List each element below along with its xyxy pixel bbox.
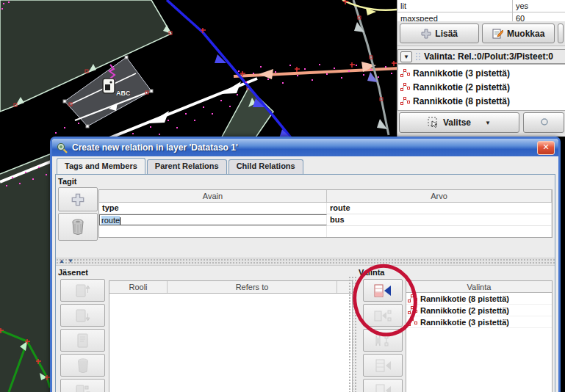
tag-row-empty[interactable] xyxy=(99,226,552,237)
dialog-selection-table[interactable]: Valinta Rannikkotie (8 pistettä) xyxy=(406,280,553,392)
role-column-header: Rooli xyxy=(109,281,168,293)
selection-row[interactable]: Rannikkotie (3 pistettä) xyxy=(406,316,552,328)
members-table[interactable]: Rooli Refers to xyxy=(109,280,353,392)
select-button[interactable]: Valitse ▼ xyxy=(399,112,519,133)
sort-gray-icon xyxy=(373,333,392,348)
dialog-content: Tagit Avain Arvo ty xyxy=(55,174,555,392)
add-selection-gray-icon xyxy=(373,358,392,373)
doc-node-icon xyxy=(74,382,92,392)
text-caret xyxy=(120,217,120,225)
add-selection-before-button[interactable] xyxy=(363,304,403,327)
delete-tag-row-button[interactable] xyxy=(58,213,98,241)
move-member-down-button[interactable] xyxy=(60,304,105,327)
tag-value[interactable]: route xyxy=(327,203,552,214)
property-key: lit xyxy=(397,0,513,12)
way-icon xyxy=(400,96,410,106)
close-button[interactable]: ✕ xyxy=(537,141,555,155)
selection-row-label: Rannikkotie (3 pistettä) xyxy=(420,318,509,327)
add-tag-row-button[interactable] xyxy=(58,187,98,211)
list-item[interactable]: Rannikkotie (8 pistettä) xyxy=(398,94,565,108)
search-button[interactable] xyxy=(523,112,564,133)
selection-column-header: Valinta xyxy=(406,281,552,292)
screen: { "map": { "abc_label": "ABC" }, "proper… xyxy=(0,0,565,392)
plus-icon xyxy=(421,29,431,39)
tag-value[interactable]: bus xyxy=(327,214,552,225)
add-selection-gray-icon xyxy=(373,308,392,323)
dialog-title: Create new relation in layer 'Datataso 1… xyxy=(72,142,238,153)
panel-divider[interactable] xyxy=(348,276,358,392)
way-icon xyxy=(408,317,417,327)
relation-icon xyxy=(56,142,68,153)
add-selection-button[interactable] xyxy=(363,279,403,302)
selection-panel-title: Valinta: Rel.:0/Polut:3/Pisteet:0 xyxy=(424,51,553,62)
tab-child-relations[interactable]: Child Relations xyxy=(228,159,303,174)
add-selection-after-button[interactable] xyxy=(363,329,403,352)
list-item-label: Rannikkotie (3 pistettä) xyxy=(413,68,510,79)
landuse-area-left[interactable] xyxy=(0,154,50,392)
poi-label: ABC xyxy=(116,90,131,97)
list-item-label: Rannikkotie (2 pistettä) xyxy=(413,82,510,92)
edit-tag-label: Muokkaa xyxy=(507,29,544,39)
drag-handle-icon[interactable] xyxy=(415,52,421,62)
tag-key-editing[interactable]: route xyxy=(99,214,327,225)
dialog-titlebar[interactable]: Create new relation in layer 'Datataso 1… xyxy=(52,139,558,156)
add-selection-icon xyxy=(373,283,392,298)
way-icon xyxy=(408,305,417,315)
collapse-icon[interactable]: ▼ xyxy=(400,51,412,62)
doc-down-icon xyxy=(74,308,92,324)
chevron-down-icon[interactable]: ▼ xyxy=(485,120,491,126)
splitter-down-icon[interactable]: ▼ xyxy=(68,258,73,264)
tab-tags-and-members[interactable]: Tags and Members xyxy=(57,158,145,174)
list-item[interactable]: Rannikkotie (2 pistettä) xyxy=(398,80,565,94)
table-row[interactable]: lit yes xyxy=(397,0,565,12)
partial-button[interactable] xyxy=(558,23,564,43)
key-column-header: Avain xyxy=(99,190,327,202)
selected-text: route xyxy=(101,216,120,225)
download-member-button[interactable] xyxy=(60,379,105,392)
doc-up-icon xyxy=(74,283,92,299)
edit-icon xyxy=(492,28,503,39)
splitter-up-icon[interactable]: ▲ xyxy=(59,258,65,264)
plus-icon xyxy=(71,193,84,206)
trash-icon xyxy=(71,218,85,236)
add-selection-bottom-button[interactable] xyxy=(363,379,403,392)
tag-key[interactable]: type xyxy=(99,203,327,214)
tag-row[interactable]: type route xyxy=(99,203,552,214)
select-button-label: Valitse xyxy=(443,117,471,128)
table-row[interactable]: maxspeed 60 xyxy=(397,12,565,21)
tab-parent-relations[interactable]: Parent Relations xyxy=(147,159,227,174)
selection-row[interactable]: Rannikkotie (2 pistettä) xyxy=(406,305,552,316)
doc-icon xyxy=(74,333,92,349)
add-tag-label: Lisää xyxy=(435,29,458,39)
selection-section-label: Valinta xyxy=(359,268,384,277)
tag-row[interactable]: route bus xyxy=(99,214,552,226)
selection-row-label: Rannikkotie (2 pistettä) xyxy=(420,306,509,315)
move-member-up-button[interactable] xyxy=(60,279,105,302)
properties-table[interactable]: lit yes maxspeed 60 xyxy=(397,0,565,21)
dialog-tabs: Tags and Members Parent Relations Child … xyxy=(52,156,558,174)
remove-member-button[interactable] xyxy=(60,354,105,377)
selection-panel-header: ▼ Valinta: Rel.:0/Polut:3/Pisteet:0 xyxy=(397,49,565,64)
tags-section-label: Tagit xyxy=(58,177,76,186)
value-column-header: Arvo xyxy=(327,190,552,202)
add-all-selection-button[interactable] xyxy=(363,354,403,377)
members-section-label: Jäsenet xyxy=(58,268,88,277)
search-icon xyxy=(539,117,549,128)
selection-row-label: Rannikkotie (8 pistettä) xyxy=(420,294,509,303)
add-tag-button[interactable]: Lisää xyxy=(400,23,479,43)
list-item-label: Rannikkotie (8 pistettä) xyxy=(413,96,510,106)
add-selection-gray-icon xyxy=(373,383,392,392)
property-value: 60 xyxy=(513,12,565,21)
edit-tag-button[interactable]: Muokkaa xyxy=(482,23,555,43)
edit-member-button[interactable] xyxy=(60,329,105,352)
splitter[interactable]: ▲ ▼ xyxy=(56,258,555,266)
selection-row[interactable]: Rannikkotie (8 pistettä) xyxy=(406,293,552,305)
trash-icon xyxy=(76,357,90,374)
list-item[interactable]: Rannikkotie (3 pistettä) xyxy=(398,66,565,80)
way-icon xyxy=(408,294,417,303)
selection-list[interactable]: Rannikkotie (3 pistettä) Rannikkotie (2 … xyxy=(397,64,565,111)
tags-table[interactable]: Avain Arvo type route route bus xyxy=(98,189,553,238)
way-icon xyxy=(400,68,410,78)
create-relation-dialog: Create new relation in layer 'Datataso 1… xyxy=(50,137,561,392)
property-value: yes xyxy=(513,0,565,12)
